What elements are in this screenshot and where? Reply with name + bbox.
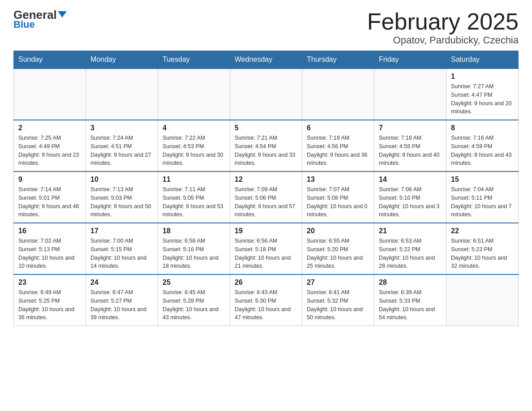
day-info: Sunrise: 7:02 AMSunset: 5:13 PMDaylight:… [18,237,81,270]
day-number: 14 [379,176,442,184]
day-number: 12 [235,176,297,184]
page-header: General Blue February 2025 Opatov, Pardu… [13,9,519,46]
calendar-cell: 21Sunrise: 6:53 AMSunset: 5:22 PMDayligh… [374,223,446,274]
day-info: Sunrise: 7:25 AMSunset: 4:49 PMDaylight:… [18,134,81,167]
calendar-cell [302,68,374,120]
day-info: Sunrise: 6:55 AMSunset: 5:20 PMDaylight:… [307,237,369,270]
title-block: February 2025 Opatov, Pardubicky, Czechi… [367,9,519,46]
calendar-cell: 4Sunrise: 7:22 AMSunset: 4:53 PMDaylight… [158,120,230,171]
calendar-header-row: SundayMondayTuesdayWednesdayThursdayFrid… [14,51,519,69]
day-info: Sunrise: 7:09 AMSunset: 5:06 PMDaylight:… [235,185,297,219]
day-number: 18 [163,227,225,235]
calendar-cell: 12Sunrise: 7:09 AMSunset: 5:06 PMDayligh… [230,171,302,223]
day-number: 4 [163,124,225,132]
day-info: Sunrise: 7:07 AMSunset: 5:08 PMDaylight:… [307,185,369,219]
day-number: 2 [18,124,81,132]
calendar-cell: 13Sunrise: 7:07 AMSunset: 5:08 PMDayligh… [302,171,374,223]
day-number: 11 [163,176,225,184]
calendar-cell: 5Sunrise: 7:21 AMSunset: 4:54 PMDaylight… [230,120,302,171]
day-info: Sunrise: 6:41 AMSunset: 5:32 PMDaylight:… [307,288,369,322]
calendar-cell: 20Sunrise: 6:55 AMSunset: 5:20 PMDayligh… [302,223,374,274]
day-number: 26 [235,278,297,287]
day-info: Sunrise: 6:47 AMSunset: 5:27 PMDaylight:… [90,288,153,322]
day-info: Sunrise: 7:00 AMSunset: 5:15 PMDaylight:… [90,237,153,270]
day-of-week-header: Friday [374,51,446,69]
day-info: Sunrise: 7:27 AMSunset: 4:47 PMDaylight:… [451,82,514,116]
day-of-week-header: Sunday [14,51,86,69]
day-number: 24 [90,278,153,287]
calendar-cell: 1Sunrise: 7:27 AMSunset: 4:47 PMDaylight… [446,68,519,120]
day-info: Sunrise: 7:06 AMSunset: 5:10 PMDaylight:… [379,185,442,219]
day-of-week-header: Tuesday [158,51,230,69]
day-number: 1 [451,73,514,81]
day-number: 23 [18,278,81,287]
day-number: 22 [451,227,514,235]
day-number: 20 [307,227,369,235]
calendar-cell: 25Sunrise: 6:45 AMSunset: 5:28 PMDayligh… [158,274,230,326]
calendar-cell: 24Sunrise: 6:47 AMSunset: 5:27 PMDayligh… [86,274,158,326]
calendar-cell: 23Sunrise: 6:49 AMSunset: 5:25 PMDayligh… [14,274,86,326]
day-of-week-header: Monday [86,51,158,69]
calendar-cell: 11Sunrise: 7:11 AMSunset: 5:05 PMDayligh… [158,171,230,223]
day-info: Sunrise: 7:11 AMSunset: 5:05 PMDaylight:… [163,185,225,219]
day-of-week-header: Thursday [302,51,374,69]
calendar-cell [230,68,302,120]
calendar-cell: 7Sunrise: 7:18 AMSunset: 4:58 PMDaylight… [374,120,446,171]
logo-triangle-icon [58,11,67,17]
calendar-cell: 22Sunrise: 6:51 AMSunset: 5:23 PMDayligh… [446,223,519,274]
day-number: 16 [18,227,81,235]
page-title: February 2025 [367,9,519,34]
calendar-cell: 28Sunrise: 6:39 AMSunset: 5:33 PMDayligh… [374,274,446,326]
day-number: 10 [90,176,153,184]
calendar-cell: 14Sunrise: 7:06 AMSunset: 5:10 PMDayligh… [374,171,446,223]
calendar-week-row: 23Sunrise: 6:49 AMSunset: 5:25 PMDayligh… [14,274,519,326]
day-number: 15 [451,176,514,184]
calendar-cell: 15Sunrise: 7:04 AMSunset: 5:11 PMDayligh… [446,171,519,223]
calendar-cell: 10Sunrise: 7:13 AMSunset: 5:03 PMDayligh… [86,171,158,223]
day-number: 7 [379,124,442,132]
calendar-cell: 27Sunrise: 6:41 AMSunset: 5:32 PMDayligh… [302,274,374,326]
day-info: Sunrise: 7:21 AMSunset: 4:54 PMDaylight:… [235,134,297,167]
day-number: 19 [235,227,297,235]
calendar-table: SundayMondayTuesdayWednesdayThursdayFrid… [13,51,519,326]
day-number: 9 [18,176,81,184]
calendar-cell: 9Sunrise: 7:14 AMSunset: 5:01 PMDaylight… [14,171,86,223]
day-info: Sunrise: 7:14 AMSunset: 5:01 PMDaylight:… [18,185,81,219]
day-number: 25 [163,278,225,287]
calendar-cell: 17Sunrise: 7:00 AMSunset: 5:15 PMDayligh… [86,223,158,274]
day-info: Sunrise: 6:53 AMSunset: 5:22 PMDaylight:… [379,237,442,270]
day-number: 3 [90,124,153,132]
day-number: 8 [451,124,514,132]
day-info: Sunrise: 7:22 AMSunset: 4:53 PMDaylight:… [163,134,225,167]
day-info: Sunrise: 6:51 AMSunset: 5:23 PMDaylight:… [451,237,514,270]
calendar-cell: 19Sunrise: 6:56 AMSunset: 5:18 PMDayligh… [230,223,302,274]
calendar-week-row: 1Sunrise: 7:27 AMSunset: 4:47 PMDaylight… [14,68,519,120]
calendar-cell: 26Sunrise: 6:43 AMSunset: 5:30 PMDayligh… [230,274,302,326]
calendar-week-row: 2Sunrise: 7:25 AMSunset: 4:49 PMDaylight… [14,120,519,171]
day-info: Sunrise: 7:04 AMSunset: 5:11 PMDaylight:… [451,185,514,219]
day-info: Sunrise: 6:56 AMSunset: 5:18 PMDaylight:… [235,237,297,270]
day-of-week-header: Wednesday [230,51,302,69]
calendar-cell [374,68,446,120]
day-info: Sunrise: 6:45 AMSunset: 5:28 PMDaylight:… [163,288,225,322]
day-info: Sunrise: 7:18 AMSunset: 4:58 PMDaylight:… [379,134,442,167]
calendar-week-row: 9Sunrise: 7:14 AMSunset: 5:01 PMDaylight… [14,171,519,223]
calendar-cell: 6Sunrise: 7:19 AMSunset: 4:56 PMDaylight… [302,120,374,171]
day-number: 21 [379,227,442,235]
day-number: 27 [307,278,369,287]
logo: General Blue [13,9,67,30]
calendar-cell [14,68,86,120]
calendar-cell: 16Sunrise: 7:02 AMSunset: 5:13 PMDayligh… [14,223,86,274]
calendar-cell: 3Sunrise: 7:24 AMSunset: 4:51 PMDaylight… [86,120,158,171]
calendar-cell [86,68,158,120]
day-info: Sunrise: 6:43 AMSunset: 5:30 PMDaylight:… [235,288,297,322]
day-info: Sunrise: 7:16 AMSunset: 4:59 PMDaylight:… [451,134,514,167]
calendar-cell: 8Sunrise: 7:16 AMSunset: 4:59 PMDaylight… [446,120,519,171]
day-number: 17 [90,227,153,235]
day-info: Sunrise: 7:19 AMSunset: 4:56 PMDaylight:… [307,134,369,167]
day-info: Sunrise: 7:24 AMSunset: 4:51 PMDaylight:… [90,134,153,167]
day-number: 6 [307,124,369,132]
page-subtitle: Opatov, Pardubicky, Czechia [367,34,519,46]
day-info: Sunrise: 6:39 AMSunset: 5:33 PMDaylight:… [379,288,442,322]
calendar-cell [158,68,230,120]
